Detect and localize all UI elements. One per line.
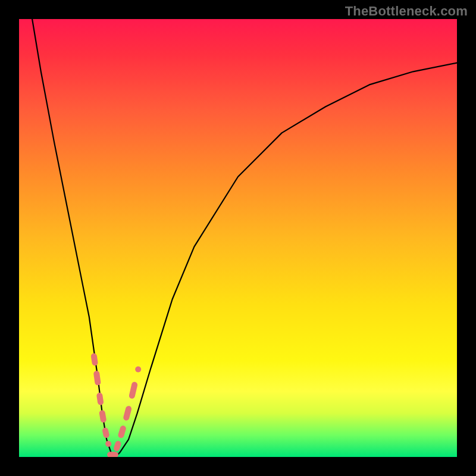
dash-left bbox=[105, 431, 107, 435]
dash-right bbox=[126, 409, 129, 418]
dash-right bbox=[132, 385, 134, 396]
chart-dash-group bbox=[94, 356, 138, 455]
chart-frame: TheBottleneck.com bbox=[0, 0, 476, 476]
dash-right bbox=[117, 444, 118, 448]
dash-right bbox=[121, 428, 123, 435]
chart-curve-group bbox=[32, 19, 457, 457]
dash-left bbox=[99, 396, 101, 402]
chart-plot-area bbox=[19, 19, 457, 457]
dash-left bbox=[102, 413, 104, 419]
watermark-text: TheBottleneck.com bbox=[345, 4, 468, 19]
dash-left bbox=[94, 356, 95, 363]
bottleneck-curve bbox=[32, 19, 457, 457]
dash-left bbox=[96, 374, 98, 382]
chart-svg bbox=[19, 19, 457, 457]
